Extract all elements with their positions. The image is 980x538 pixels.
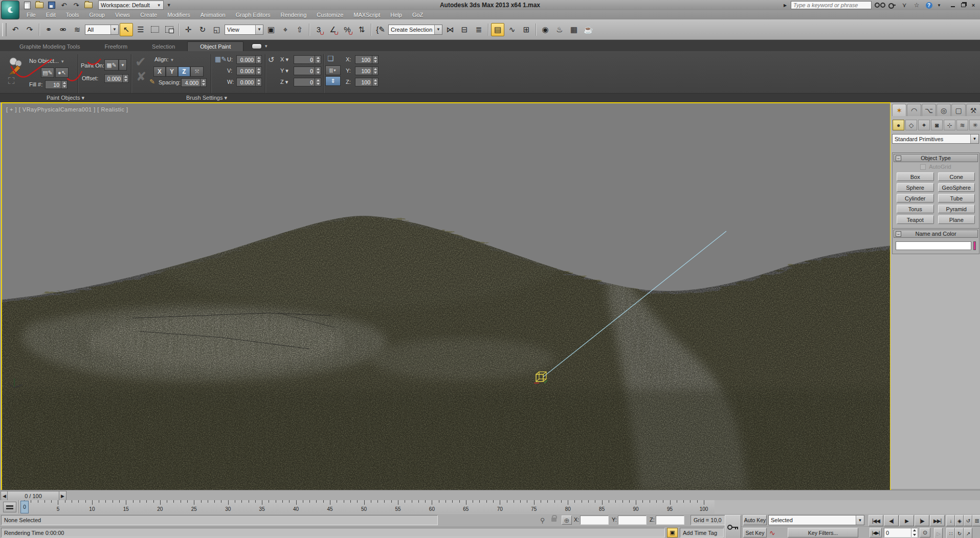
scale-link-toggle[interactable]: ⇕ [325, 76, 341, 86]
bind-to-space-warp-button[interactable]: ≋ [71, 23, 84, 36]
search-input[interactable] [791, 1, 872, 9]
fill-objects-icon[interactable]: ⛶ [8, 76, 15, 86]
menu-goz[interactable]: GoZ [407, 12, 428, 18]
brush-settings-caption[interactable]: Brush Settings ▾ [186, 95, 227, 101]
material-editor-button[interactable]: ◉ [539, 23, 552, 36]
window-crossing-button[interactable] [163, 23, 176, 36]
menu-rendering[interactable]: Rendering [276, 12, 312, 18]
menu-group[interactable]: Group [84, 12, 110, 18]
y-coordinate-field[interactable] [618, 515, 647, 525]
paint-on-dropdown[interactable]: ▼ [119, 59, 127, 71]
spinner-snap-button[interactable]: ⇅ [355, 23, 368, 36]
undo-button[interactable]: ↶ [59, 1, 69, 9]
select-object-button[interactable]: ↖ [120, 23, 133, 36]
command-tab-hierarchy[interactable]: ⌥ [922, 104, 936, 116]
previous-frame-button[interactable]: ◀| [884, 515, 899, 526]
menu-animation[interactable]: Animation [195, 12, 231, 18]
command-tab-create[interactable]: ✶ [892, 104, 906, 116]
edit-object-list-button[interactable]: ▤✎ [41, 68, 54, 78]
select-and-rotate-button[interactable]: ↻ [196, 23, 209, 36]
spacing-field[interactable]: 4.000 [181, 78, 207, 87]
render-production-button[interactable]: ☕ [582, 23, 595, 36]
key-filters-button[interactable]: Key Filters... [788, 528, 858, 537]
paint-object-picker-button[interactable]: No Object... ▼ [29, 58, 64, 64]
align-axis-y-button[interactable]: Y [166, 66, 178, 77]
key-step-toggle[interactable]: |◀▶| [870, 528, 882, 537]
menu-graph-editors[interactable]: Graph Editors [231, 12, 276, 18]
angle-snap-button[interactable]: ∠ [326, 23, 340, 36]
reference-coordinate-dropdown[interactable]: View▼ [225, 25, 263, 35]
select-and-scale-button[interactable]: ◱ [210, 23, 224, 36]
rotation-x-field[interactable]: 0 [294, 55, 321, 64]
object-type-cylinder-button[interactable]: Cylinder [897, 194, 934, 203]
pick-object-button[interactable]: ●↖ [55, 68, 69, 78]
select-by-name-button[interactable]: ☰ [134, 23, 147, 36]
walk-through-button[interactable]: ∷ [946, 528, 955, 538]
infocenter-arrow-icon[interactable]: ▶ [784, 3, 787, 8]
category-helpers-button[interactable]: ⊹ [944, 120, 955, 130]
scale-x-field[interactable]: 100 [355, 55, 378, 64]
category-systems-button[interactable]: ✳ [969, 120, 980, 130]
field-of-view-button[interactable]: ↺ [964, 515, 972, 526]
scale-z-field[interactable]: 100 [355, 78, 378, 86]
category-shapes-button[interactable]: ◇ [905, 120, 917, 130]
selection-filter-dropdown[interactable]: All▼ [85, 25, 119, 35]
save-file-button[interactable] [47, 1, 56, 9]
key-mode-selected-dropdown[interactable]: Selected ▼ [768, 515, 864, 525]
zoom-extents-button[interactable]: ◈ [955, 515, 964, 526]
sign-in-key-icon[interactable] [888, 1, 896, 9]
keyboard-override-button[interactable]: ⇧ [293, 23, 306, 36]
object-type-box-button[interactable]: Box [897, 172, 934, 181]
object-type-cone-button[interactable]: Cone [938, 172, 975, 181]
ribbon-tab-selection[interactable]: Selection [140, 42, 187, 51]
adaptive-degradation-icon[interactable]: ⚲ [540, 517, 545, 524]
selection-region-button[interactable] [148, 23, 162, 36]
object-type-plane-button[interactable]: Plane [938, 215, 975, 224]
object-type-rollout-header[interactable]: − Object Type [894, 154, 978, 162]
redo-button[interactable]: ↷ [72, 1, 81, 9]
set-key-button[interactable]: Set Key [743, 528, 767, 537]
command-tab-utilities[interactable]: ⚒ [966, 104, 980, 116]
primitive-category-dropdown[interactable]: Standard Primitives ▼ [892, 134, 979, 144]
category-lights-button[interactable]: ✦ [918, 120, 930, 130]
category-space-warps-button[interactable]: ≋ [956, 120, 968, 130]
workspace-flyout-icon[interactable]: ▼ [167, 3, 171, 8]
paint-on-mode-button[interactable]: ▦✎ [104, 59, 119, 71]
name-and-color-rollout-header[interactable]: − Name and Color [894, 230, 978, 238]
min-max-viewport-toggle[interactable]: ↗ [964, 528, 972, 538]
object-type-pyramid-button[interactable]: Pyramid [938, 205, 975, 213]
viewport-label[interactable]: [ + ] [ VRayPhysicalCamera001 ] [ Realis… [6, 106, 128, 113]
menu-modifiers[interactable]: Modifiers [162, 12, 195, 18]
select-and-manipulate-button[interactable]: ⌖ [279, 23, 292, 36]
autogrid-checkbox[interactable] [920, 164, 926, 170]
object-type-torus-button[interactable]: Torus [897, 205, 934, 213]
object-name-input[interactable] [896, 241, 971, 250]
current-time-field[interactable]: 0 [884, 528, 918, 537]
time-slider-frame-marker[interactable]: 0 [20, 501, 29, 513]
ribbon-tab-graphite-modeling-tools[interactable]: Graphite Modeling Tools [7, 42, 92, 51]
object-type-tube-button[interactable]: Tube [938, 194, 975, 203]
edit-named-selections-button[interactable]: {✎ [374, 23, 387, 36]
favorites-star-icon[interactable]: ☆ [912, 1, 921, 9]
curve-editor-button[interactable]: ∿ [505, 23, 519, 36]
redo-button[interactable]: ↷ [23, 23, 36, 36]
offset-field[interactable]: 0.000 [104, 74, 129, 83]
new-file-button[interactable] [23, 1, 32, 9]
time-configuration-button[interactable]: ⊙ [920, 528, 930, 537]
named-selection-set-dropdown[interactable]: Create Selection Se▼ [388, 25, 442, 35]
align-axis-x-button[interactable]: X [153, 66, 166, 77]
help-dropdown-icon[interactable]: ▼ [937, 3, 941, 8]
search-icon[interactable] [876, 1, 884, 9]
uvw-v-field[interactable]: 0.000 [236, 66, 262, 75]
open-file-button[interactable] [35, 1, 44, 9]
object-type-sphere-button[interactable]: Sphere [897, 183, 934, 192]
maximize-viewport-toggle[interactable]: ⊞ [972, 515, 980, 526]
align-axis-z-button[interactable]: Z [178, 66, 190, 77]
z-coordinate-field[interactable] [656, 515, 684, 525]
auto-key-button[interactable]: Auto Key [743, 515, 767, 525]
communication-center-icon[interactable]: ⋎ [900, 1, 908, 9]
ribbon-tab-freeform[interactable]: Freeform [92, 42, 140, 51]
category-cameras-button[interactable]: ◙ [931, 120, 943, 130]
set-key-mode-button[interactable] [725, 515, 741, 538]
align-options-button[interactable]: ⤲ [190, 66, 204, 77]
